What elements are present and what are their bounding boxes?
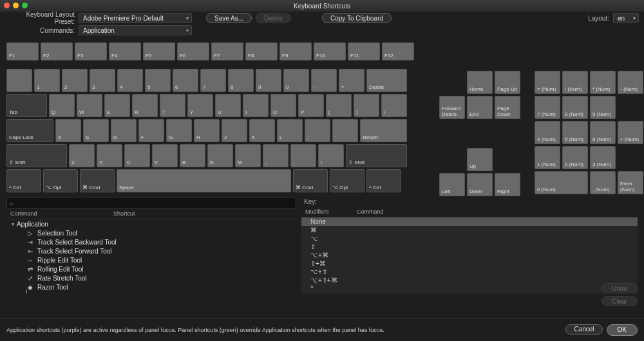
key--cmd[interactable]: ⌘ Cmd: [293, 169, 328, 192]
key-h[interactable]: H: [194, 119, 220, 142]
key-x[interactable]: X: [97, 144, 122, 167]
key--ctrl[interactable]: ^ Ctrl: [366, 169, 401, 192]
key-home[interactable]: Home: [467, 71, 493, 94]
key--[interactable]: .: [290, 144, 316, 167]
key-2-num-[interactable]: 2 (Num): [562, 146, 588, 169]
key-5[interactable]: 5: [145, 69, 171, 92]
key-f8[interactable]: F8: [245, 42, 278, 60]
key-1[interactable]: 1: [34, 69, 60, 92]
key-j[interactable]: J: [222, 119, 247, 142]
key-space[interactable]: Space: [117, 169, 291, 192]
close-icon[interactable]: [4, 3, 10, 8]
key-f[interactable]: F: [138, 119, 164, 142]
modifier-row[interactable]: ^: [301, 284, 638, 293]
key-7-num-[interactable]: 7 (Num): [535, 96, 560, 119]
key-6[interactable]: 6: [173, 69, 198, 92]
modifier-list[interactable]: None⌘⌥⇧⌥+⌘⇧+⌘⌥+⇧⌥+⇧+⌘^: [301, 217, 638, 293]
key-delete[interactable]: Delete: [366, 69, 407, 92]
key-f3[interactable]: F3: [75, 42, 107, 60]
ok-button[interactable]: OK: [607, 324, 638, 336]
key-3-num-[interactable]: 3 (Num): [590, 146, 616, 169]
key-t[interactable]: T: [160, 94, 185, 117]
key-q[interactable]: Q: [49, 94, 75, 117]
key--[interactable]: ,: [263, 144, 289, 167]
key-p[interactable]: P: [298, 94, 324, 117]
key--opt[interactable]: ⌥ Opt: [330, 169, 365, 192]
preset-dropdown[interactable]: Adobe Premiere Pro Default: [79, 13, 192, 23]
tree-item[interactable]: ⤜Track Select Forward Tool: [6, 246, 296, 255]
key-8[interactable]: 8: [228, 69, 254, 92]
key-8-num-[interactable]: 8 (Num): [562, 96, 588, 119]
key--[interactable]: ;: [305, 119, 330, 142]
key-y[interactable]: Y: [187, 94, 213, 117]
key-f9[interactable]: F9: [279, 42, 312, 60]
modifier-row[interactable]: ⌘: [301, 226, 638, 234]
key--[interactable]: /: [318, 144, 344, 167]
modifier-row[interactable]: ⌥: [301, 234, 638, 243]
key-v[interactable]: V: [152, 144, 178, 167]
clear-button[interactable]: Clear: [601, 296, 638, 306]
key-z[interactable]: Z: [69, 144, 95, 167]
command-tree[interactable]: ▾Application▷Selection Tool⤛Track Select…: [6, 219, 296, 293]
key-f1[interactable]: F1: [6, 42, 39, 60]
key--[interactable]: =: [339, 69, 365, 92]
tree-item[interactable]: ▷Selection Tool: [6, 228, 296, 237]
key-w[interactable]: W: [77, 94, 102, 117]
key-up[interactable]: Up: [467, 148, 493, 171]
key-right[interactable]: Right: [495, 173, 520, 196]
key--opt[interactable]: ⌥ Opt: [43, 169, 78, 192]
key--cmd[interactable]: ⌘ Cmd: [80, 169, 115, 192]
key--shift[interactable]: ⇧ Shift: [6, 144, 67, 167]
key-caps-lock[interactable]: Caps Lock: [6, 119, 53, 142]
key--num-[interactable]: . (Num): [590, 171, 616, 194]
key-s[interactable]: S: [83, 119, 109, 142]
key--shift[interactable]: ⇧ Shift: [346, 144, 407, 167]
maximize-icon[interactable]: [22, 3, 28, 8]
tree-item[interactable]: ⤢Rate Stretch Tool: [6, 273, 296, 282]
tree-item[interactable]: ◆Razor Tool: [6, 282, 296, 291]
key-0[interactable]: 0: [283, 69, 309, 92]
key-f6[interactable]: F6: [177, 42, 209, 60]
key-4[interactable]: 4: [117, 69, 143, 92]
key-left[interactable]: Left: [439, 173, 465, 196]
key-page-up[interactable]: Page Up: [495, 71, 520, 94]
undo-button[interactable]: Undo: [601, 283, 638, 293]
key-b[interactable]: B: [180, 144, 205, 167]
search-input[interactable]: ⌕: [6, 197, 296, 208]
modifier-row[interactable]: ⌥+⇧: [301, 268, 638, 276]
key-f12[interactable]: F12: [382, 42, 414, 60]
key-e[interactable]: E: [104, 94, 130, 117]
key--num-[interactable]: = (Num): [535, 71, 560, 94]
key-f11[interactable]: F11: [348, 42, 380, 60]
modifier-row[interactable]: None: [301, 217, 638, 226]
key-o[interactable]: O: [270, 94, 296, 117]
key-4-num-[interactable]: 4 (Num): [535, 121, 560, 144]
key-f7[interactable]: F7: [211, 42, 243, 60]
key-7[interactable]: 7: [200, 69, 226, 92]
key-return[interactable]: Return: [360, 119, 407, 142]
tree-root[interactable]: ▾Application: [6, 219, 296, 228]
key-g[interactable]: G: [166, 119, 192, 142]
key-0-num-[interactable]: 0 (Num): [535, 171, 588, 194]
key-d[interactable]: D: [111, 119, 137, 142]
key--[interactable]: ]: [354, 94, 379, 117]
modifier-row[interactable]: ⇧: [301, 243, 638, 251]
key--[interactable]: -: [311, 69, 337, 92]
key-forward-delete[interactable]: Forward Delete: [439, 96, 465, 119]
key--num-[interactable]: * (Num): [590, 71, 616, 94]
key-r[interactable]: R: [132, 94, 158, 117]
key-f4[interactable]: F4: [109, 42, 141, 60]
key-tab[interactable]: Tab: [6, 94, 47, 117]
key-2[interactable]: 2: [62, 69, 88, 92]
key-l[interactable]: L: [277, 119, 303, 142]
save-as-button[interactable]: Save As...: [206, 13, 252, 23]
tree-item[interactable]: ⤛Track Select Backward Tool: [6, 237, 296, 246]
copy-clipboard-button[interactable]: Copy To Clipboard: [322, 13, 392, 23]
key-1-num-[interactable]: 1 (Num): [535, 146, 560, 169]
key-a[interactable]: A: [55, 119, 81, 142]
key-n[interactable]: N: [207, 144, 233, 167]
key--[interactable]: \: [381, 94, 407, 117]
modifier-row[interactable]: ⌥+⌘: [301, 251, 638, 259]
tree-item[interactable]: ⇄Rolling Edit Tool: [6, 264, 296, 273]
key--num-[interactable]: / (Num): [562, 71, 588, 94]
